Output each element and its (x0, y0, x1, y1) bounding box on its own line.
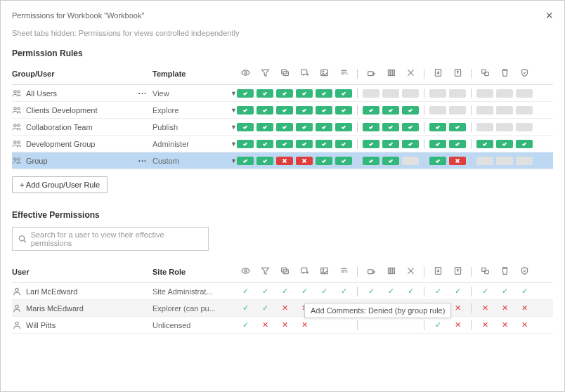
filter-icon[interactable] (256, 266, 273, 277)
download-image-icon[interactable] (316, 266, 332, 277)
close-icon[interactable]: × (545, 9, 553, 22)
permission-pill[interactable] (276, 157, 293, 165)
permission-pill[interactable] (296, 106, 313, 115)
permission-pill[interactable] (476, 106, 493, 115)
view-comments-icon[interactable] (276, 266, 293, 277)
permission-pill[interactable] (449, 106, 466, 115)
permission-pill[interactable] (496, 140, 513, 148)
download-wb-icon[interactable] (429, 68, 446, 79)
permission-pill[interactable] (496, 89, 513, 98)
add-comments-icon[interactable] (296, 266, 313, 277)
effective-row[interactable]: Will PittsUnlicensed✓✕✕✕✓✕✕✕✕ (12, 317, 553, 334)
permission-pill[interactable] (476, 89, 493, 98)
permission-pill[interactable] (296, 123, 313, 131)
overwrite-icon[interactable] (449, 266, 466, 277)
overwrite-icon[interactable] (449, 68, 466, 79)
move-icon[interactable] (476, 266, 493, 277)
permission-pill[interactable] (516, 157, 533, 165)
permission-pill[interactable] (363, 157, 379, 165)
permission-pill[interactable] (476, 157, 493, 165)
permission-pill[interactable] (296, 157, 313, 165)
effective-row[interactable]: Lari McEdwardSite Administrat...✓✓✓✓✓✓✓✓… (12, 283, 553, 300)
permission-pill[interactable] (276, 140, 293, 148)
permission-pill[interactable] (476, 123, 493, 131)
rule-row[interactable]: Development GroupAdminister▼ (12, 136, 553, 152)
share-icon[interactable] (363, 68, 379, 79)
permission-pill[interactable] (382, 123, 399, 131)
permission-pill[interactable] (476, 140, 493, 148)
add-comments-icon[interactable] (296, 68, 313, 79)
permission-pill[interactable] (276, 106, 293, 115)
permission-pill[interactable] (237, 140, 254, 148)
permission-pill[interactable] (402, 157, 419, 165)
permission-pill[interactable] (402, 123, 419, 131)
row-menu-icon[interactable]: ··· (138, 157, 147, 165)
filter-icon[interactable] (256, 68, 273, 79)
template-dropdown[interactable]: Administer▼ (152, 140, 237, 148)
permission-pill[interactable] (237, 89, 254, 98)
permission-pill[interactable] (256, 89, 273, 98)
permission-pill[interactable] (335, 157, 352, 165)
permission-pill[interactable] (382, 157, 399, 165)
permission-pill[interactable] (296, 140, 313, 148)
permission-pill[interactable] (316, 140, 332, 148)
permission-pill[interactable] (256, 123, 273, 131)
web-edit-icon[interactable] (382, 68, 399, 79)
template-dropdown[interactable]: Explore▼ (152, 106, 237, 115)
permission-pill[interactable] (382, 89, 399, 98)
add-group-user-rule-button[interactable]: + Add Group/User Rule (12, 176, 108, 193)
permission-pill[interactable] (516, 89, 533, 98)
permission-pill[interactable] (256, 140, 273, 148)
permission-pill[interactable] (363, 89, 379, 98)
permission-pill[interactable] (237, 123, 254, 131)
download-full-icon[interactable] (402, 68, 419, 79)
permission-pill[interactable] (449, 157, 466, 165)
permission-pill[interactable] (382, 106, 399, 115)
delete-icon[interactable] (496, 266, 513, 277)
permission-pill[interactable] (496, 106, 513, 115)
permission-pill[interactable] (316, 157, 332, 165)
permission-pill[interactable] (449, 123, 466, 131)
permission-pill[interactable] (402, 106, 419, 115)
permission-pill[interactable] (429, 157, 446, 165)
permission-pill[interactable] (402, 140, 419, 148)
set-permissions-icon[interactable] (516, 68, 533, 79)
view-icon[interactable] (237, 266, 254, 277)
permission-pill[interactable] (335, 123, 352, 131)
template-dropdown[interactable]: Publish▼ (152, 123, 237, 131)
delete-icon[interactable] (496, 68, 513, 79)
download-summary-icon[interactable] (335, 68, 352, 79)
permission-pill[interactable] (402, 89, 419, 98)
permission-pill[interactable] (363, 140, 379, 148)
permission-pill[interactable] (256, 106, 273, 115)
permission-pill[interactable] (335, 89, 352, 98)
permission-pill[interactable] (382, 140, 399, 148)
permission-pill[interactable] (296, 89, 313, 98)
permission-pill[interactable] (256, 157, 273, 165)
header-group-user[interactable]: Group/User (12, 70, 152, 78)
view-comments-icon[interactable] (276, 68, 293, 79)
header-template[interactable]: Template (152, 70, 237, 78)
share-icon[interactable] (363, 266, 379, 277)
template-dropdown[interactable]: View▼ (152, 89, 237, 98)
permission-pill[interactable] (516, 106, 533, 115)
header-site-role[interactable]: Site Role (152, 268, 237, 276)
permission-pill[interactable] (496, 123, 513, 131)
rule-row[interactable]: Clients DevelopmentExplore▼ (12, 102, 553, 119)
permission-pill[interactable] (429, 123, 446, 131)
permission-pill[interactable] (335, 106, 352, 115)
template-dropdown[interactable]: Custom▼ (152, 157, 237, 165)
view-icon[interactable] (237, 68, 254, 79)
permission-pill[interactable] (316, 106, 332, 115)
permission-pill[interactable] (429, 106, 446, 115)
download-wb-icon[interactable] (429, 266, 446, 277)
download-image-icon[interactable] (316, 68, 332, 79)
web-edit-icon[interactable] (382, 266, 399, 277)
set-permissions-icon[interactable] (516, 266, 533, 277)
move-icon[interactable] (476, 68, 493, 79)
permission-pill[interactable] (237, 157, 254, 165)
permission-pill[interactable] (516, 140, 533, 148)
permission-pill[interactable] (316, 123, 332, 131)
permission-pill[interactable] (276, 123, 293, 131)
header-user[interactable]: User (12, 268, 152, 276)
